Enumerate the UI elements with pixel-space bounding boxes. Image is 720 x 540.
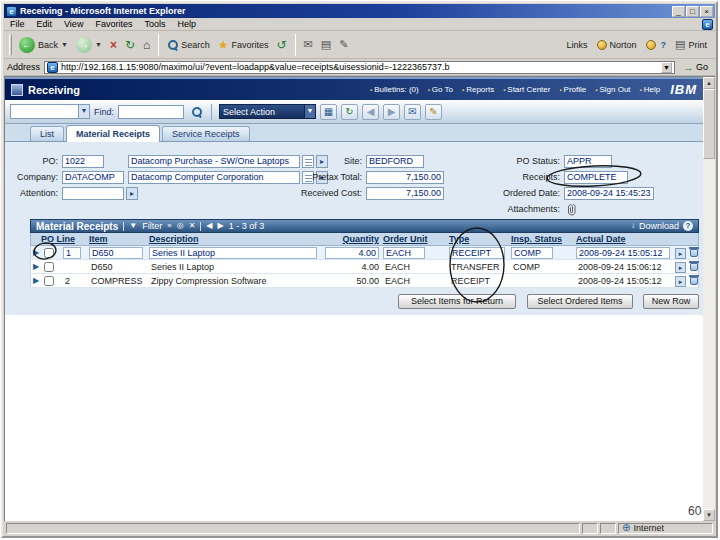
save-button[interactable]: ▦ (320, 104, 337, 120)
tab-material-receipts[interactable]: Material Receipts (66, 125, 160, 142)
filter-funnel-icon[interactable]: ▼ (129, 221, 137, 231)
close-button[interactable]: × (700, 6, 713, 17)
cell-item[interactable]: D650 (89, 247, 143, 259)
cell-insp-status[interactable]: COMP (513, 261, 540, 273)
menu-tools[interactable]: Tools (138, 18, 171, 31)
print-link-button[interactable]: ▤ Print (671, 33, 711, 57)
new-row-button[interactable]: New Row (643, 294, 699, 309)
search-button[interactable]: Search (163, 33, 214, 57)
cell-type[interactable]: RECEIPT (449, 247, 505, 259)
po-description-field[interactable]: Datacomp Purchase - SW/One Laptops (128, 155, 300, 168)
po-field[interactable]: 1022 (62, 155, 104, 168)
row-detail-icon[interactable]: ▸ (675, 276, 686, 287)
cell-order-unit[interactable]: EACH (383, 247, 425, 259)
col-item[interactable]: Item (89, 233, 108, 246)
col-po-line[interactable]: PO Line (41, 233, 75, 246)
cell-description[interactable]: Series II Laptop (149, 247, 317, 259)
row-detail-arrow-icon[interactable]: ▶ (33, 261, 39, 273)
cell-order-unit[interactable]: EACH (385, 275, 410, 287)
previous-page-icon[interactable]: ◀ (206, 221, 212, 231)
cell-quantity[interactable]: 50.00 (325, 275, 379, 287)
detail-menu-icon[interactable]: ▸ (126, 187, 138, 200)
maximize-button[interactable]: □ (686, 6, 699, 17)
attention-field[interactable] (62, 187, 124, 200)
link-bulletins[interactable]: ▪Bulletins: (0) (370, 85, 419, 94)
col-description[interactable]: Description (149, 233, 199, 246)
row-select-checkbox[interactable] (44, 248, 54, 258)
favorites-button[interactable]: ★ Favorites (214, 33, 273, 57)
delete-row-icon[interactable] (690, 263, 698, 271)
filter-expand-icon[interactable]: » (167, 221, 171, 231)
filter-label[interactable]: Filter (142, 221, 162, 231)
next-page-icon[interactable]: ▶ (217, 221, 223, 231)
ordered-date-field[interactable]: 2008-09-24 15:45:23 (564, 187, 654, 200)
filter-clear-icon[interactable]: ✕ (189, 221, 196, 231)
stop-button[interactable]: × (106, 33, 121, 57)
scroll-down-icon[interactable]: ▼ (703, 509, 715, 521)
cell-insp-status[interactable]: COMP (511, 247, 553, 259)
menu-favorites[interactable]: Favorites (89, 18, 138, 31)
change-status-button[interactable]: ✉ (404, 104, 421, 120)
section-help-icon[interactable]: ? (683, 221, 693, 231)
back-button[interactable]: ← Back ▼ (15, 33, 72, 57)
pretax-total-field[interactable]: 7,150.00 (366, 171, 444, 184)
address-input[interactable]: e http://192.168.1.15:9080/maximo/ui/?ev… (44, 61, 675, 74)
site-field[interactable]: BEDFORD (366, 155, 424, 168)
link-go-to[interactable]: ▪Go To (428, 85, 453, 94)
cell-po-line[interactable]: 2 (65, 275, 70, 287)
toolbar-grip[interactable] (9, 35, 12, 55)
row-detail-arrow-icon[interactable]: ▶ (33, 247, 39, 259)
col-actual-date[interactable]: Actual Date (576, 233, 626, 246)
history-button[interactable]: ↺ (273, 33, 291, 57)
forward-dropdown-icon[interactable]: ▼ (95, 41, 102, 48)
company-field[interactable]: DATACOMP (62, 171, 124, 184)
cell-quantity[interactable]: 4.00 (325, 261, 379, 273)
select-action-dropdown[interactable]: Select Action ▼ (219, 104, 316, 119)
print-button[interactable]: ▤ (317, 33, 335, 57)
links-label[interactable]: Links (567, 40, 588, 50)
table-row[interactable]: ▶ 2 COMPRESS Zippy Compression Software … (30, 274, 699, 288)
col-type[interactable]: Type (449, 233, 469, 246)
po-status-field[interactable]: APPR (564, 155, 612, 168)
go-button[interactable]: → Go (679, 60, 712, 75)
link-start-center[interactable]: ▪Start Center (503, 85, 550, 94)
col-order-unit[interactable]: Order Unit (383, 233, 428, 246)
cell-actual-date[interactable]: 2008-09-24 15:05:12 (578, 275, 662, 287)
vertical-scrollbar[interactable]: ▲ ▼ (703, 77, 715, 521)
back-dropdown-icon[interactable]: ▼ (61, 41, 68, 48)
menu-file[interactable]: File (4, 18, 31, 31)
col-insp-status[interactable]: Insp. Status (511, 233, 562, 246)
menu-view[interactable]: View (58, 18, 89, 31)
address-dropdown-icon[interactable]: ▼ (661, 62, 672, 73)
cell-description[interactable]: Series II Laptop (151, 261, 214, 273)
link-reports[interactable]: ▪Reports (462, 85, 494, 94)
received-cost-field[interactable]: 7,150.00 (366, 187, 444, 200)
next-record-button[interactable]: ▶ (383, 104, 400, 120)
find-button[interactable] (188, 104, 204, 120)
scrollbar-thumb[interactable] (703, 89, 715, 159)
refresh-button[interactable]: ↻ (121, 33, 139, 57)
cell-description[interactable]: Zippy Compression Software (151, 275, 267, 287)
menu-help[interactable]: Help (171, 18, 202, 31)
company-description-field[interactable]: Datacomp Computer Corporation (128, 171, 300, 184)
home-button[interactable]: ⌂ (139, 33, 154, 57)
col-quantity[interactable]: Quantity (323, 233, 379, 246)
clear-changes-button[interactable]: ↻ (341, 104, 358, 120)
cell-quantity[interactable]: 4.00 (325, 247, 379, 259)
menu-edit[interactable]: Edit (31, 18, 59, 31)
row-detail-icon[interactable]: ▸ (675, 262, 686, 273)
cell-item[interactable]: COMPRESS (91, 275, 143, 287)
select-items-for-return-button[interactable]: Select Items for Return (398, 294, 516, 309)
previous-record-button[interactable]: ◀ (362, 104, 379, 120)
delete-row-icon[interactable] (690, 249, 698, 257)
norton-button[interactable]: Norton (593, 33, 641, 57)
cell-type[interactable]: TRANSFER (451, 261, 500, 273)
cell-item[interactable]: D650 (91, 261, 113, 273)
minimize-button[interactable]: _ (672, 6, 685, 17)
cell-actual-date[interactable]: 2008-09-24 15:06:12 (578, 261, 662, 273)
filter-search-icon[interactable]: ◎ (177, 221, 184, 231)
cell-actual-date[interactable]: 2008-09-24 15:05:12 (576, 247, 670, 259)
tab-list[interactable]: List (30, 126, 64, 141)
select-ordered-items-button[interactable]: Select Ordered Items (527, 294, 633, 309)
find-input[interactable] (118, 105, 184, 119)
